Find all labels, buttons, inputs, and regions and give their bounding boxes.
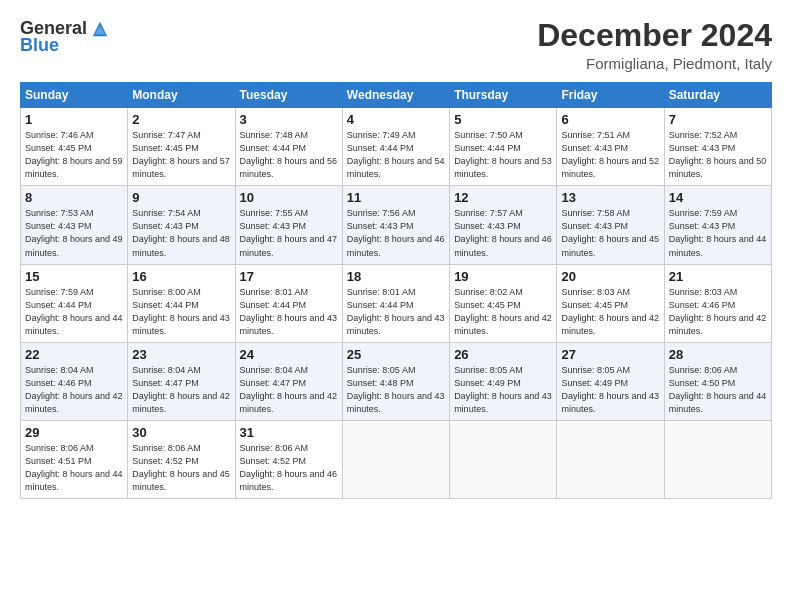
- page-header: General Blue December 2024 Formigliana, …: [20, 18, 772, 72]
- day-header-monday: Monday: [128, 83, 235, 108]
- day-number: 12: [454, 190, 552, 205]
- calendar-cell: 12 Sunrise: 7:57 AMSunset: 4:43 PMDaylig…: [450, 186, 557, 264]
- calendar-cell: 20 Sunrise: 8:03 AMSunset: 4:45 PMDaylig…: [557, 264, 664, 342]
- day-info: Sunrise: 7:53 AMSunset: 4:43 PMDaylight:…: [25, 208, 123, 257]
- day-number: 3: [240, 112, 338, 127]
- calendar-cell: [342, 420, 449, 498]
- calendar-cell: 22 Sunrise: 8:04 AMSunset: 4:46 PMDaylig…: [21, 342, 128, 420]
- logo-blue: Blue: [20, 35, 59, 56]
- day-info: Sunrise: 8:01 AMSunset: 4:44 PMDaylight:…: [347, 287, 445, 336]
- calendar-cell: 25 Sunrise: 8:05 AMSunset: 4:48 PMDaylig…: [342, 342, 449, 420]
- day-info: Sunrise: 8:03 AMSunset: 4:45 PMDaylight:…: [561, 287, 659, 336]
- calendar-week-4: 22 Sunrise: 8:04 AMSunset: 4:46 PMDaylig…: [21, 342, 772, 420]
- calendar-cell: 9 Sunrise: 7:54 AMSunset: 4:43 PMDayligh…: [128, 186, 235, 264]
- day-info: Sunrise: 7:59 AMSunset: 4:43 PMDaylight:…: [669, 208, 767, 257]
- day-header-saturday: Saturday: [664, 83, 771, 108]
- day-number: 25: [347, 347, 445, 362]
- day-info: Sunrise: 8:02 AMSunset: 4:45 PMDaylight:…: [454, 287, 552, 336]
- day-info: Sunrise: 8:04 AMSunset: 4:47 PMDaylight:…: [240, 365, 338, 414]
- day-number: 2: [132, 112, 230, 127]
- calendar-cell: 5 Sunrise: 7:50 AMSunset: 4:44 PMDayligh…: [450, 108, 557, 186]
- day-info: Sunrise: 8:06 AMSunset: 4:50 PMDaylight:…: [669, 365, 767, 414]
- day-number: 14: [669, 190, 767, 205]
- day-number: 27: [561, 347, 659, 362]
- calendar-cell: 8 Sunrise: 7:53 AMSunset: 4:43 PMDayligh…: [21, 186, 128, 264]
- calendar-cell: 16 Sunrise: 8:00 AMSunset: 4:44 PMDaylig…: [128, 264, 235, 342]
- day-info: Sunrise: 7:55 AMSunset: 4:43 PMDaylight:…: [240, 208, 338, 257]
- day-number: 17: [240, 269, 338, 284]
- logo-icon: [91, 20, 109, 38]
- calendar-cell: [664, 420, 771, 498]
- calendar-cell: 6 Sunrise: 7:51 AMSunset: 4:43 PMDayligh…: [557, 108, 664, 186]
- calendar-cell: 13 Sunrise: 7:58 AMSunset: 4:43 PMDaylig…: [557, 186, 664, 264]
- calendar-cell: 23 Sunrise: 8:04 AMSunset: 4:47 PMDaylig…: [128, 342, 235, 420]
- location-title: Formigliana, Piedmont, Italy: [537, 55, 772, 72]
- day-info: Sunrise: 7:47 AMSunset: 4:45 PMDaylight:…: [132, 130, 230, 179]
- day-info: Sunrise: 8:05 AMSunset: 4:48 PMDaylight:…: [347, 365, 445, 414]
- day-number: 21: [669, 269, 767, 284]
- calendar-cell: 19 Sunrise: 8:02 AMSunset: 4:45 PMDaylig…: [450, 264, 557, 342]
- calendar-cell: 10 Sunrise: 7:55 AMSunset: 4:43 PMDaylig…: [235, 186, 342, 264]
- day-info: Sunrise: 7:57 AMSunset: 4:43 PMDaylight:…: [454, 208, 552, 257]
- day-header-thursday: Thursday: [450, 83, 557, 108]
- calendar-cell: 1 Sunrise: 7:46 AMSunset: 4:45 PMDayligh…: [21, 108, 128, 186]
- day-number: 5: [454, 112, 552, 127]
- day-info: Sunrise: 8:01 AMSunset: 4:44 PMDaylight:…: [240, 287, 338, 336]
- calendar-cell: 28 Sunrise: 8:06 AMSunset: 4:50 PMDaylig…: [664, 342, 771, 420]
- day-number: 31: [240, 425, 338, 440]
- day-info: Sunrise: 7:56 AMSunset: 4:43 PMDaylight:…: [347, 208, 445, 257]
- day-number: 13: [561, 190, 659, 205]
- day-number: 8: [25, 190, 123, 205]
- calendar-week-5: 29 Sunrise: 8:06 AMSunset: 4:51 PMDaylig…: [21, 420, 772, 498]
- calendar-page: General Blue December 2024 Formigliana, …: [0, 0, 792, 612]
- day-info: Sunrise: 8:00 AMSunset: 4:44 PMDaylight:…: [132, 287, 230, 336]
- calendar-cell: 7 Sunrise: 7:52 AMSunset: 4:43 PMDayligh…: [664, 108, 771, 186]
- day-number: 6: [561, 112, 659, 127]
- day-number: 15: [25, 269, 123, 284]
- day-info: Sunrise: 8:03 AMSunset: 4:46 PMDaylight:…: [669, 287, 767, 336]
- day-number: 9: [132, 190, 230, 205]
- calendar-cell: 11 Sunrise: 7:56 AMSunset: 4:43 PMDaylig…: [342, 186, 449, 264]
- day-info: Sunrise: 7:49 AMSunset: 4:44 PMDaylight:…: [347, 130, 445, 179]
- day-info: Sunrise: 7:58 AMSunset: 4:43 PMDaylight:…: [561, 208, 659, 257]
- day-number: 11: [347, 190, 445, 205]
- title-block: December 2024 Formigliana, Piedmont, Ita…: [537, 18, 772, 72]
- calendar-cell: 31 Sunrise: 8:06 AMSunset: 4:52 PMDaylig…: [235, 420, 342, 498]
- day-number: 24: [240, 347, 338, 362]
- day-info: Sunrise: 7:48 AMSunset: 4:44 PMDaylight:…: [240, 130, 338, 179]
- day-info: Sunrise: 8:04 AMSunset: 4:47 PMDaylight:…: [132, 365, 230, 414]
- calendar-cell: [557, 420, 664, 498]
- day-number: 10: [240, 190, 338, 205]
- calendar-cell: 17 Sunrise: 8:01 AMSunset: 4:44 PMDaylig…: [235, 264, 342, 342]
- day-info: Sunrise: 7:46 AMSunset: 4:45 PMDaylight:…: [25, 130, 123, 179]
- calendar-table: SundayMondayTuesdayWednesdayThursdayFrid…: [20, 82, 772, 499]
- day-number: 22: [25, 347, 123, 362]
- day-number: 28: [669, 347, 767, 362]
- day-number: 20: [561, 269, 659, 284]
- day-info: Sunrise: 7:52 AMSunset: 4:43 PMDaylight:…: [669, 130, 767, 179]
- day-header-friday: Friday: [557, 83, 664, 108]
- day-info: Sunrise: 7:54 AMSunset: 4:43 PMDaylight:…: [132, 208, 230, 257]
- day-number: 29: [25, 425, 123, 440]
- calendar-cell: 24 Sunrise: 8:04 AMSunset: 4:47 PMDaylig…: [235, 342, 342, 420]
- day-info: Sunrise: 7:59 AMSunset: 4:44 PMDaylight:…: [25, 287, 123, 336]
- day-number: 1: [25, 112, 123, 127]
- header-row: SundayMondayTuesdayWednesdayThursdayFrid…: [21, 83, 772, 108]
- calendar-cell: 27 Sunrise: 8:05 AMSunset: 4:49 PMDaylig…: [557, 342, 664, 420]
- calendar-cell: 18 Sunrise: 8:01 AMSunset: 4:44 PMDaylig…: [342, 264, 449, 342]
- calendar-week-1: 1 Sunrise: 7:46 AMSunset: 4:45 PMDayligh…: [21, 108, 772, 186]
- calendar-cell: 29 Sunrise: 8:06 AMSunset: 4:51 PMDaylig…: [21, 420, 128, 498]
- day-header-tuesday: Tuesday: [235, 83, 342, 108]
- calendar-cell: 21 Sunrise: 8:03 AMSunset: 4:46 PMDaylig…: [664, 264, 771, 342]
- day-header-sunday: Sunday: [21, 83, 128, 108]
- day-info: Sunrise: 7:51 AMSunset: 4:43 PMDaylight:…: [561, 130, 659, 179]
- day-info: Sunrise: 8:04 AMSunset: 4:46 PMDaylight:…: [25, 365, 123, 414]
- day-number: 4: [347, 112, 445, 127]
- day-number: 23: [132, 347, 230, 362]
- calendar-cell: 2 Sunrise: 7:47 AMSunset: 4:45 PMDayligh…: [128, 108, 235, 186]
- day-number: 30: [132, 425, 230, 440]
- day-header-wednesday: Wednesday: [342, 83, 449, 108]
- day-number: 26: [454, 347, 552, 362]
- day-number: 7: [669, 112, 767, 127]
- calendar-cell: 14 Sunrise: 7:59 AMSunset: 4:43 PMDaylig…: [664, 186, 771, 264]
